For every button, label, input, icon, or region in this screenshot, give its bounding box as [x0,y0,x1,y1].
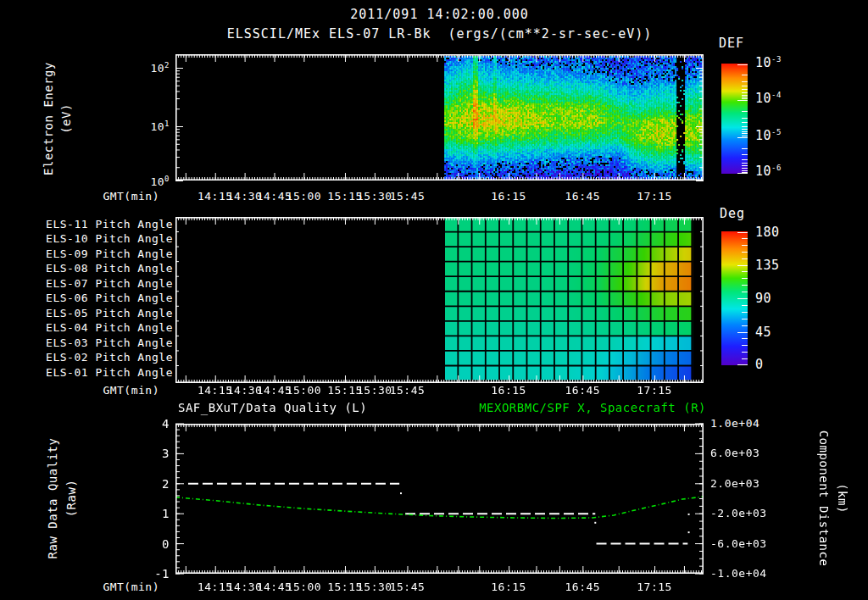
colorbar-minor-tick [742,168,748,169]
gmt-axis-label-2: GMT(min) [85,384,159,397]
colorbar-def-tick: 10-4 [755,91,782,106]
time-tick-label: 17:15 [637,581,672,593]
time-tick-labels-3: 14:1514:3014:4515:0015:1515:3015:4516:15… [175,581,704,594]
colorbar-deg-tick: 90 [755,291,771,306]
time-tick-label: 16:45 [565,190,601,203]
colorbar-minor-tick [742,258,748,259]
colorbar-def-tick: 10-3 [755,55,782,70]
colorbar-deg-tick: 135 [755,258,780,273]
colorbar-major-tick [737,364,748,365]
colorbar-minor-tick [742,154,748,155]
pitch-row-label: ELS-05 Pitch Angle [34,307,173,319]
colorbar-minor-tick [742,358,748,359]
pitch-row-label: ELS-07 Pitch Angle [34,277,173,290]
line-left-tick: 4 [136,417,170,431]
colorbar-minor-tick [742,165,748,166]
spectrogram-y-tick: 102 [136,61,170,75]
spectrogram-y-axis-label: Electron Energy [42,62,55,175]
colorbar-minor-tick [742,278,748,279]
colorbar-minor-tick [742,292,748,292]
colorbar-minor-tick [742,95,748,96]
colorbar-minor-tick [742,126,748,127]
colorbar-major-tick [737,100,748,101]
time-tick-label: 15:30 [357,581,392,593]
electron-energy-spectrogram [174,53,705,182]
colorbar-minor-tick [742,352,748,353]
time-tick-label: 17:15 [637,384,672,397]
line-right-tick: -6.0e+03 [710,537,787,550]
colorbar-def-title: DEF [719,36,744,51]
colorbar-minor-tick [742,92,748,93]
time-tick-label: 16:45 [565,384,601,397]
colorbar-major-tick [737,265,748,266]
time-tick-label: 16:45 [565,581,601,593]
line-right-axis-label: Component Distance [817,431,831,567]
colorbar-major-tick [737,232,748,233]
line-left-tick: 2 [136,477,170,491]
colorbar-major-tick [737,332,748,333]
colorbar-minor-tick [742,163,748,164]
gmt-axis-label-3: GMT(min) [85,581,159,593]
line-left-axis-label: Raw Data Quality [46,438,59,559]
time-tick-label: 15:45 [390,384,426,397]
time-tick-label: 15:00 [287,190,322,203]
colorbar-minor-tick [742,312,748,313]
line-left-tick: 3 [136,447,170,460]
colorbar-minor-tick [742,75,748,75]
colorbar-minor-tick [742,325,748,326]
colorbar-major-tick [737,137,748,138]
colorbar-minor-tick [742,118,748,119]
colorbar-minor-tick [742,97,748,97]
plot-subtitle: ELSSCIL/MEx ELS-07 LR-Bk (ergs/(cm**2-sr… [175,26,704,42]
pitch-row-label: ELS-04 Pitch Angle [34,321,173,334]
plot-page: { "header": { "title": "2011/091 14:02:0… [0,0,868,600]
time-tick-labels-1: 14:1514:3014:4515:0015:1515:3015:4516:15… [175,190,704,203]
line-right-tick: 6.0e+03 [710,447,787,459]
pitch-row-label: ELS-03 Pitch Angle [34,336,173,349]
time-tick-labels-2: 14:1514:3014:4515:0015:1515:3015:4516:15… [175,384,704,397]
time-tick-label: 15:45 [390,190,426,203]
pitch-row-label: ELS-08 Pitch Angle [34,262,173,275]
line-panel-title-right: MEXORBMC/SPF X, Spacecraft (R) [175,401,706,414]
colorbar-def-tick: 10-6 [755,164,782,179]
pitch-angle-heatmap [174,214,705,386]
colorbar-minor-tick [742,131,748,132]
colorbar-deg-tick: 0 [755,357,764,372]
line-left-axis-units: (Raw) [64,480,78,518]
colorbar-minor-tick [742,111,748,112]
line-right-tick: -1.0e+04 [710,567,787,580]
colorbar-deg-title: Deg [720,206,745,221]
gmt-axis-label-1: GMT(min) [85,190,159,203]
colorbar-minor-tick [742,86,748,86]
spectrogram-y-tick: 100 [136,175,170,188]
colorbar-minor-tick [742,319,748,319]
colorbar-minor-tick [742,170,748,171]
line-left-tick: 0 [136,537,170,551]
colorbar-deg [721,231,748,365]
colorbar-minor-tick [742,122,748,123]
plot-title: 2011/091 14:02:00.000 [175,7,704,22]
time-tick-label: 16:15 [491,190,526,203]
colorbar-deg-tick: 45 [755,325,771,340]
time-tick-label: 17:15 [637,190,672,203]
pitch-row-label: ELS-01 Pitch Angle [34,366,173,379]
line-left-tick: -1 [136,567,170,581]
pitch-row-label: ELS-11 Pitch Angle [34,218,173,231]
time-tick-label: 15:00 [287,384,322,397]
time-tick-label: 15:30 [357,190,392,203]
colorbar-minor-tick [742,136,748,136]
colorbar-minor-tick [742,305,748,306]
pitch-row-label: ELS-09 Pitch Angle [34,247,173,260]
spectrogram-y-tick: 101 [136,119,170,133]
colorbar-minor-tick [742,148,748,149]
colorbar-minor-tick [742,345,748,346]
time-tick-label: 16:15 [491,581,526,593]
colorbar-minor-tick [742,133,748,134]
line-right-tick: 1.0e+04 [710,417,787,430]
pitch-row-label: ELS-02 Pitch Angle [34,351,173,364]
colorbar-def [721,64,748,174]
colorbar-minor-tick [742,271,748,272]
spectrogram-y-axis-units: (eV) [59,103,73,134]
line-left-tick: 1 [136,507,170,520]
colorbar-major-tick [737,173,748,174]
